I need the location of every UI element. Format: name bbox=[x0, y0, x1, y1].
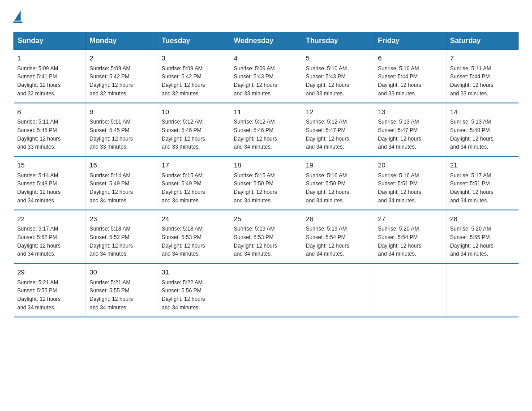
day-number: 1 bbox=[17, 53, 82, 64]
day-number: 10 bbox=[162, 107, 226, 117]
day-info: Sunrise: 5:13 AMSunset: 5:48 PMDaylight:… bbox=[450, 119, 493, 150]
day-number: 18 bbox=[234, 160, 298, 171]
day-info: Sunrise: 5:14 AMSunset: 5:49 PMDaylight:… bbox=[90, 172, 133, 204]
week-row-2: 8 Sunrise: 5:11 AMSunset: 5:45 PMDayligh… bbox=[14, 103, 519, 157]
day-info: Sunrise: 5:18 AMSunset: 5:53 PMDaylight:… bbox=[162, 226, 205, 257]
calendar-cell: 16 Sunrise: 5:14 AMSunset: 5:49 PMDaylig… bbox=[86, 156, 158, 210]
day-number: 20 bbox=[378, 160, 442, 171]
calendar-table: SundayMondayTuesdayWednesdayThursdayFrid… bbox=[13, 32, 519, 317]
day-number: 15 bbox=[17, 160, 82, 171]
calendar-cell: 1 Sunrise: 5:09 AMSunset: 5:41 PMDayligh… bbox=[14, 50, 86, 103]
header-monday: Monday bbox=[86, 32, 158, 50]
calendar-cell: 24 Sunrise: 5:18 AMSunset: 5:53 PMDaylig… bbox=[158, 210, 230, 264]
day-info: Sunrise: 5:12 AMSunset: 5:47 PMDaylight:… bbox=[306, 119, 349, 150]
day-info: Sunrise: 5:16 AMSunset: 5:51 PMDaylight:… bbox=[378, 172, 421, 204]
day-info: Sunrise: 5:12 AMSunset: 5:46 PMDaylight:… bbox=[234, 119, 277, 150]
day-number: 17 bbox=[162, 160, 226, 171]
day-info: Sunrise: 5:19 AMSunset: 5:54 PMDaylight:… bbox=[306, 226, 349, 257]
day-number: 5 bbox=[306, 53, 370, 64]
header-wednesday: Wednesday bbox=[230, 32, 302, 50]
day-info: Sunrise: 5:10 AMSunset: 5:43 PMDaylight:… bbox=[306, 65, 349, 97]
day-info: Sunrise: 5:09 AMSunset: 5:41 PMDaylight:… bbox=[17, 65, 61, 97]
calendar-cell bbox=[374, 263, 446, 317]
day-info: Sunrise: 5:13 AMSunset: 5:47 PMDaylight:… bbox=[378, 119, 421, 150]
day-info: Sunrise: 5:19 AMSunset: 5:53 PMDaylight:… bbox=[234, 226, 277, 257]
calendar-cell: 18 Sunrise: 5:15 AMSunset: 5:50 PMDaylig… bbox=[230, 156, 302, 210]
logo bbox=[13, 9, 22, 23]
calendar-cell: 8 Sunrise: 5:11 AMSunset: 5:45 PMDayligh… bbox=[14, 103, 86, 157]
header-saturday: Saturday bbox=[446, 32, 519, 50]
day-info: Sunrise: 5:11 AMSunset: 5:45 PMDaylight:… bbox=[90, 119, 133, 150]
day-info: Sunrise: 5:14 AMSunset: 5:48 PMDaylight:… bbox=[17, 172, 61, 204]
day-number: 25 bbox=[234, 214, 298, 224]
week-row-3: 15 Sunrise: 5:14 AMSunset: 5:48 PMDaylig… bbox=[14, 156, 519, 210]
day-number: 22 bbox=[17, 214, 82, 224]
day-number: 24 bbox=[162, 214, 226, 224]
day-info: Sunrise: 5:15 AMSunset: 5:50 PMDaylight:… bbox=[234, 172, 277, 204]
calendar-cell: 3 Sunrise: 5:09 AMSunset: 5:42 PMDayligh… bbox=[158, 50, 230, 103]
day-number: 16 bbox=[90, 160, 154, 171]
day-info: Sunrise: 5:17 AMSunset: 5:52 PMDaylight:… bbox=[17, 226, 61, 257]
day-info: Sunrise: 5:17 AMSunset: 5:51 PMDaylight:… bbox=[450, 172, 493, 204]
calendar-cell: 28 Sunrise: 5:20 AMSunset: 5:55 PMDaylig… bbox=[446, 210, 519, 264]
day-info: Sunrise: 5:09 AMSunset: 5:42 PMDaylight:… bbox=[162, 65, 205, 97]
calendar-header-row: SundayMondayTuesdayWednesdayThursdayFrid… bbox=[14, 32, 519, 50]
day-number: 21 bbox=[450, 160, 515, 171]
day-number: 19 bbox=[306, 160, 370, 171]
calendar-cell: 20 Sunrise: 5:16 AMSunset: 5:51 PMDaylig… bbox=[374, 156, 446, 210]
day-number: 2 bbox=[90, 53, 154, 64]
day-number: 11 bbox=[234, 107, 298, 117]
calendar-cell: 12 Sunrise: 5:12 AMSunset: 5:47 PMDaylig… bbox=[302, 103, 374, 157]
calendar-cell: 30 Sunrise: 5:21 AMSunset: 5:55 PMDaylig… bbox=[86, 263, 158, 317]
day-number: 30 bbox=[90, 267, 154, 278]
calendar-cell: 23 Sunrise: 5:18 AMSunset: 5:52 PMDaylig… bbox=[86, 210, 158, 264]
day-info: Sunrise: 5:16 AMSunset: 5:50 PMDaylight:… bbox=[306, 172, 349, 204]
calendar-cell: 31 Sunrise: 5:22 AMSunset: 5:56 PMDaylig… bbox=[158, 263, 230, 317]
logo-triangle-icon bbox=[14, 11, 21, 21]
calendar-cell: 22 Sunrise: 5:17 AMSunset: 5:52 PMDaylig… bbox=[14, 210, 86, 264]
day-number: 12 bbox=[306, 107, 370, 117]
day-number: 13 bbox=[378, 107, 442, 117]
day-info: Sunrise: 5:10 AMSunset: 5:44 PMDaylight:… bbox=[378, 65, 421, 97]
calendar-cell: 26 Sunrise: 5:19 AMSunset: 5:54 PMDaylig… bbox=[302, 210, 374, 264]
day-number: 27 bbox=[378, 214, 442, 224]
day-info: Sunrise: 5:15 AMSunset: 5:49 PMDaylight:… bbox=[162, 172, 205, 204]
day-info: Sunrise: 5:22 AMSunset: 5:56 PMDaylight:… bbox=[162, 279, 205, 311]
day-number: 9 bbox=[90, 107, 154, 117]
day-info: Sunrise: 5:09 AMSunset: 5:42 PMDaylight:… bbox=[90, 65, 133, 97]
day-info: Sunrise: 5:11 AMSunset: 5:44 PMDaylight:… bbox=[450, 65, 493, 97]
calendar-cell: 25 Sunrise: 5:19 AMSunset: 5:53 PMDaylig… bbox=[230, 210, 302, 264]
day-number: 8 bbox=[17, 107, 82, 117]
day-number: 14 bbox=[450, 107, 515, 117]
day-number: 7 bbox=[450, 53, 515, 64]
calendar-cell: 9 Sunrise: 5:11 AMSunset: 5:45 PMDayligh… bbox=[86, 103, 158, 157]
calendar-cell: 17 Sunrise: 5:15 AMSunset: 5:49 PMDaylig… bbox=[158, 156, 230, 210]
calendar-cell: 19 Sunrise: 5:16 AMSunset: 5:50 PMDaylig… bbox=[302, 156, 374, 210]
day-number: 28 bbox=[450, 214, 515, 224]
day-info: Sunrise: 5:18 AMSunset: 5:52 PMDaylight:… bbox=[90, 226, 133, 257]
header-thursday: Thursday bbox=[302, 32, 374, 50]
calendar-cell bbox=[446, 263, 519, 317]
calendar-cell: 11 Sunrise: 5:12 AMSunset: 5:46 PMDaylig… bbox=[230, 103, 302, 157]
calendar-cell: 29 Sunrise: 5:21 AMSunset: 5:55 PMDaylig… bbox=[14, 263, 86, 317]
day-number: 31 bbox=[162, 267, 226, 278]
calendar-cell: 10 Sunrise: 5:12 AMSunset: 5:46 PMDaylig… bbox=[158, 103, 230, 157]
calendar-cell bbox=[302, 263, 374, 317]
logo-underline bbox=[13, 21, 22, 23]
calendar-cell: 27 Sunrise: 5:20 AMSunset: 5:54 PMDaylig… bbox=[374, 210, 446, 264]
calendar-cell: 4 Sunrise: 5:09 AMSunset: 5:43 PMDayligh… bbox=[230, 50, 302, 103]
calendar-cell: 13 Sunrise: 5:13 AMSunset: 5:47 PMDaylig… bbox=[374, 103, 446, 157]
week-row-4: 22 Sunrise: 5:17 AMSunset: 5:52 PMDaylig… bbox=[14, 210, 519, 264]
calendar-cell: 6 Sunrise: 5:10 AMSunset: 5:44 PMDayligh… bbox=[374, 50, 446, 103]
week-row-1: 1 Sunrise: 5:09 AMSunset: 5:41 PMDayligh… bbox=[14, 50, 519, 103]
day-info: Sunrise: 5:11 AMSunset: 5:45 PMDaylight:… bbox=[17, 119, 61, 150]
day-info: Sunrise: 5:09 AMSunset: 5:43 PMDaylight:… bbox=[234, 65, 277, 97]
week-row-5: 29 Sunrise: 5:21 AMSunset: 5:55 PMDaylig… bbox=[14, 263, 519, 317]
calendar-cell bbox=[230, 263, 302, 317]
day-number: 26 bbox=[306, 214, 370, 224]
day-number: 29 bbox=[17, 267, 82, 278]
header-sunday: Sunday bbox=[14, 32, 86, 50]
day-info: Sunrise: 5:12 AMSunset: 5:46 PMDaylight:… bbox=[162, 119, 205, 150]
header-tuesday: Tuesday bbox=[158, 32, 230, 50]
calendar-cell: 2 Sunrise: 5:09 AMSunset: 5:42 PMDayligh… bbox=[86, 50, 158, 103]
